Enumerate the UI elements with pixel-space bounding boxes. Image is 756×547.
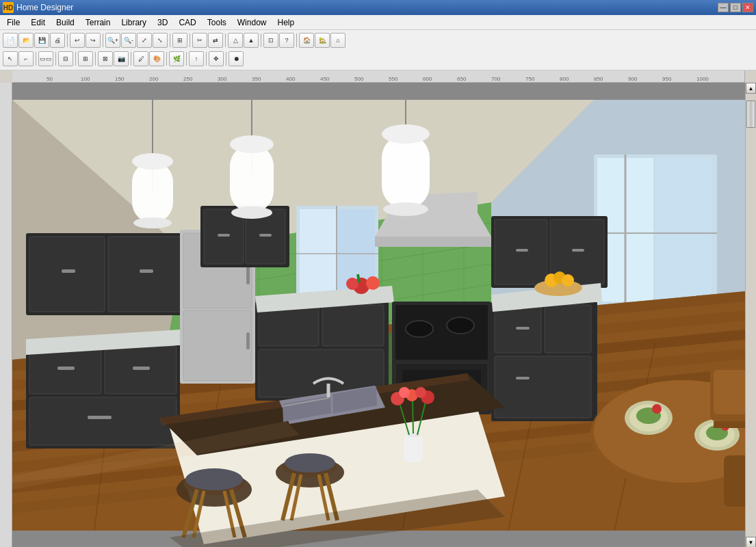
svg-point-125: [230, 135, 274, 153]
svg-point-130: [383, 202, 428, 216]
svg-rect-158: [724, 455, 745, 507]
toolbar-primary: 📄📂💾🖨↩↪🔍+🔍-⤢⤡⊞✂⇄△▲⊡?🏠🏡⌂: [3, 31, 753, 49]
close-button[interactable]: ✕: [742, 3, 753, 12]
toolbar2-btn-draw-wall[interactable]: ⌐: [18, 51, 34, 66]
toolbar-btn-zoom-fit[interactable]: ⤢: [137, 33, 152, 48]
toolbar2-btn-floor-plan[interactable]: ⊞: [78, 51, 93, 66]
toolbar-separator: [95, 52, 96, 66]
menu-cad[interactable]: CAD: [173, 16, 201, 29]
toolbar2-btn-appliance[interactable]: ⊠: [98, 51, 113, 66]
menu-build[interactable]: Build: [51, 16, 80, 29]
svg-point-75: [346, 278, 359, 290]
scroll-track-vertical[interactable]: [746, 94, 756, 537]
minimize-button[interactable]: —: [718, 3, 729, 12]
title-bar: HD Home Designer — □ ✕: [0, 0, 756, 15]
toolbar2-btn-paint[interactable]: 🖊: [133, 51, 148, 66]
toolbar-btn-save[interactable]: 💾: [34, 33, 49, 48]
toolbar-btn-new[interactable]: 📄: [3, 33, 18, 48]
toolbar-btn-print[interactable]: 🖨: [50, 33, 65, 48]
svg-rect-46: [29, 237, 105, 312]
window-title: Home Designer: [16, 3, 718, 12]
toolbar2-btn-texture[interactable]: 🎨: [149, 51, 164, 66]
svg-point-98: [562, 274, 574, 286]
toolbar-btn-tool2[interactable]: ⇄: [208, 33, 223, 48]
svg-point-82: [447, 317, 474, 334]
svg-rect-53: [29, 397, 177, 445]
svg-rect-88: [516, 249, 528, 252]
menu-bar: FileEditBuildTerrainLibrary3DCADToolsWin…: [0, 15, 756, 30]
svg-point-153: [652, 404, 662, 414]
toolbar-btn-open[interactable]: 📂: [18, 33, 34, 48]
menu-3d[interactable]: 3D: [152, 16, 173, 29]
svg-point-117: [399, 387, 410, 398]
toolbar-btn-zoom-in[interactable]: 🔍+: [105, 33, 120, 48]
toolbar-separator: [206, 52, 207, 66]
scroll-thumb-vertical[interactable]: [746, 101, 755, 128]
scroll-down-button[interactable]: ▼: [746, 537, 756, 547]
toolbar-btn-zoom-prev[interactable]: ⤡: [153, 33, 168, 48]
toolbar2-btn-plant[interactable]: 🌿: [169, 51, 184, 66]
toolbar2-btn-move[interactable]: ✥: [209, 51, 224, 66]
svg-point-118: [415, 387, 426, 398]
menu-window[interactable]: Window: [232, 16, 272, 29]
toolbar-btn-house3[interactable]: ⌂: [330, 33, 346, 48]
toolbar-btn-house1[interactable]: 🏠: [299, 33, 314, 48]
svg-rect-21: [655, 158, 712, 302]
toolbar-btn-tool4[interactable]: ▲: [244, 33, 259, 48]
svg-rect-49: [140, 269, 153, 273]
toolbar-area: 📄📂💾🖨↩↪🔍+🔍-⤢⤡⊞✂⇄△▲⊡?🏠🏡⌂ ↖⌐▭▭⊟⊞⊠📷🖊🎨🌿↑✥⏺: [0, 30, 756, 70]
toolbar-separator: [166, 52, 167, 66]
toolbar2-btn-camera[interactable]: 📷: [114, 51, 129, 66]
toolbar-separator: [55, 52, 56, 66]
left-ruler: [0, 83, 12, 547]
toolbar2-btn-arrow-up[interactable]: ↑: [189, 51, 204, 66]
toolbar-btn-zoom-out[interactable]: 🔍-: [121, 33, 136, 48]
menu-terrain[interactable]: Terrain: [80, 16, 116, 29]
canvas-area[interactable]: [12, 83, 745, 547]
toolbar-separator: [103, 34, 103, 47]
toolbar-separator: [186, 52, 187, 66]
svg-point-137: [185, 468, 243, 490]
toolbar-btn-tool5[interactable]: ⊡: [263, 33, 278, 48]
menu-file[interactable]: File: [1, 16, 25, 29]
toolbar-separator: [131, 52, 131, 66]
svg-point-74: [366, 276, 380, 290]
toolbar-btn-tool6[interactable]: ?: [279, 33, 294, 48]
top-ruler: 50 100 150 200 250 300 350 400 450 500 5…: [12, 70, 745, 83]
toolbar-btn-redo[interactable]: ↪: [86, 33, 101, 48]
toolbar-btn-house2[interactable]: 🏡: [315, 33, 330, 48]
menu-edit[interactable]: Edit: [25, 16, 51, 29]
toolbar-separator: [170, 34, 170, 47]
toolbar-separator: [75, 52, 76, 66]
svg-rect-89: [572, 249, 584, 252]
toolbar2-btn-cabinet[interactable]: ⊟: [58, 51, 73, 66]
svg-point-121: [132, 153, 173, 170]
scroll-up-button[interactable]: ▲: [746, 83, 756, 94]
toolbar2-btn-wall-type[interactable]: ▭▭: [38, 51, 53, 66]
menu-tools[interactable]: Tools: [202, 16, 232, 29]
menu-help[interactable]: Help: [272, 16, 300, 29]
toolbar-secondary: ↖⌐▭▭⊟⊞⊠📷🖊🎨🌿↑✥⏺: [3, 50, 753, 68]
svg-point-122: [133, 217, 172, 228]
toolbar-separator: [225, 34, 226, 47]
menu-library[interactable]: Library: [116, 16, 152, 29]
kitchen-render: [12, 83, 745, 547]
ruler-row: 50 100 150 200 250 300 350 400 450 500 5…: [12, 70, 745, 83]
toolbar-btn-tool1[interactable]: ✂: [192, 33, 207, 48]
svg-rect-128: [382, 134, 430, 209]
svg-point-144: [285, 453, 335, 472]
svg-rect-93: [495, 356, 591, 418]
maximize-button[interactable]: □: [730, 3, 741, 12]
toolbar-btn-tool3[interactable]: △: [228, 33, 243, 48]
toolbar-btn-undo[interactable]: ↩: [70, 33, 85, 48]
toolbar-separator: [261, 34, 261, 47]
svg-rect-100: [516, 377, 530, 379]
toolbar2-btn-record[interactable]: ⏺: [229, 51, 244, 66]
svg-point-81: [406, 321, 433, 337]
svg-point-129: [382, 124, 430, 144]
toolbar-separator: [190, 34, 190, 47]
toolbar2-btn-select[interactable]: ↖: [3, 51, 18, 66]
vertical-scrollbar[interactable]: ▲ ▼: [745, 83, 756, 547]
svg-rect-109: [404, 435, 423, 462]
toolbar-btn-fill-window[interactable]: ⊞: [172, 33, 187, 48]
